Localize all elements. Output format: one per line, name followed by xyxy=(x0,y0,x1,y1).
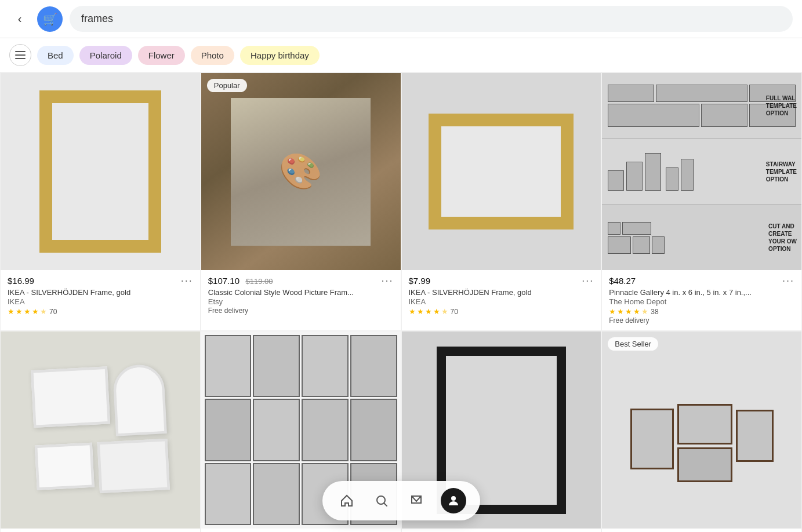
best-seller-badge-8: Best Seller xyxy=(608,337,658,351)
product-card-3[interactable]: $7.99 ··· IKEA - SILVERHÖJDEN Frame, gol… xyxy=(401,72,602,331)
chip-polaroid[interactable]: Polaroid xyxy=(79,46,132,65)
product-image-2: 🎨 Popular xyxy=(201,73,401,270)
product-store-4: The Home Depot xyxy=(609,297,794,306)
search-nav-icon xyxy=(375,494,389,508)
filter-chips-row: Bed Polaroid Flower Photo Happy birthday xyxy=(0,38,802,72)
svg-point-5 xyxy=(451,496,456,501)
product-info-2: $107.10 $119.00 ··· Classic Colonial Sty… xyxy=(201,270,401,320)
product-info-4: $48.27 ··· Pinnacle Gallery 4 in. x 6 in… xyxy=(602,270,801,330)
header: ‹ 🛒 xyxy=(0,0,802,38)
product-card-1[interactable]: $16.99 ··· IKEA - SILVERHÖJDEN Frame, go… xyxy=(0,72,201,331)
full-wall-label: FULL WALTEMPLATEOPTION xyxy=(766,94,797,117)
more-options-2[interactable]: ··· xyxy=(381,275,393,287)
product-price-old-2: $119.00 xyxy=(245,277,273,286)
bottom-navigation xyxy=(322,481,480,520)
home-nav-button[interactable] xyxy=(336,490,357,511)
product-info-1: $16.99 ··· IKEA - SILVERHÖJDEN Frame, go… xyxy=(1,270,200,322)
more-options-3[interactable]: ··· xyxy=(582,275,594,287)
popular-badge-2: Popular xyxy=(207,79,247,92)
product-card-8[interactable]: Best Seller xyxy=(601,331,802,532)
product-image-3 xyxy=(402,73,601,270)
chip-photo[interactable]: Photo xyxy=(191,46,234,65)
stairway-panel: STAIRWAYTEMPLATEOPTION xyxy=(602,139,801,205)
filter-icon xyxy=(15,51,26,59)
profile-icon xyxy=(447,494,460,508)
filter-button[interactable] xyxy=(9,44,31,66)
product-info-3: $7.99 ··· IKEA - SILVERHÖJDEN Frame, gol… xyxy=(402,270,601,322)
product-card-2[interactable]: 🎨 Popular $107.10 $119.00 ··· Classic Co… xyxy=(201,72,401,331)
message-nav-button[interactable] xyxy=(406,490,427,511)
chip-flower[interactable]: Flower xyxy=(138,46,185,65)
product-store-2: Etsy xyxy=(208,297,394,306)
product-grid: $16.99 ··· IKEA - SILVERHÖJDEN Frame, go… xyxy=(0,72,802,532)
message-icon xyxy=(409,494,423,508)
product-price-2: $107.10 xyxy=(208,276,239,286)
svg-rect-0 xyxy=(15,51,26,52)
product-name-3: IKEA - SILVERHÖJDEN Frame, gold xyxy=(409,288,594,297)
product-card-4[interactable]: FULL WALTEMPLATEOPTION STAIRWAYTEMPLATEO… xyxy=(601,72,802,331)
product-image-8: Best Seller xyxy=(602,331,801,529)
product-price-1: $16.99 xyxy=(8,276,34,286)
full-wall-panel: FULL WALTEMPLATEOPTION xyxy=(602,73,801,139)
cart-icon[interactable]: 🛒 xyxy=(37,6,63,32)
product-price-3: $7.99 xyxy=(409,276,431,286)
chip-birthday[interactable]: Happy birthday xyxy=(240,46,320,65)
search-input[interactable] xyxy=(70,6,793,32)
product-delivery-4: Free delivery xyxy=(609,316,794,325)
home-icon xyxy=(340,494,354,508)
product-price-4: $48.27 xyxy=(609,276,636,286)
product-card-5[interactable] xyxy=(0,331,201,532)
product-image-1 xyxy=(1,73,200,270)
svg-rect-1 xyxy=(15,54,26,56)
chip-bed[interactable]: Bed xyxy=(37,46,74,65)
product-store-1: IKEA xyxy=(8,297,193,306)
review-count-3: 70 xyxy=(451,308,458,316)
product-name-4: Pinnacle Gallery 4 in. x 6 in., 5 in. x … xyxy=(609,288,794,297)
product-image-5 xyxy=(1,331,200,529)
cut-create-label: CUT ANDCREATEYOUR OWOPTION xyxy=(768,223,797,253)
review-count-1: 70 xyxy=(49,308,57,316)
product-name-2: Classic Colonial Style Wood Picture Fram… xyxy=(208,288,394,297)
product-delivery-2: Free delivery xyxy=(208,307,394,315)
svg-line-4 xyxy=(384,504,387,507)
cut-create-panel: CUT ANDCREATEYOUR OWOPTION xyxy=(602,205,801,270)
back-button[interactable]: ‹ xyxy=(9,9,30,30)
product-name-1: IKEA - SILVERHÖJDEN Frame, gold xyxy=(8,288,193,297)
product-store-3: IKEA xyxy=(409,297,594,306)
review-count-4: 38 xyxy=(651,308,658,316)
stairway-label: STAIRWAYTEMPLATEOPTION xyxy=(766,161,797,183)
product-rating-1: ★★★★★ 70 xyxy=(8,307,193,316)
search-nav-button[interactable] xyxy=(371,490,392,511)
more-options-4[interactable]: ··· xyxy=(782,275,794,287)
product-rating-4: ★★★★★ 38 xyxy=(609,307,794,316)
product-rating-3: ★★★★★ 70 xyxy=(409,307,594,316)
more-options-1[interactable]: ··· xyxy=(181,275,193,287)
profile-nav-button[interactable] xyxy=(441,488,466,513)
svg-rect-2 xyxy=(15,58,26,59)
